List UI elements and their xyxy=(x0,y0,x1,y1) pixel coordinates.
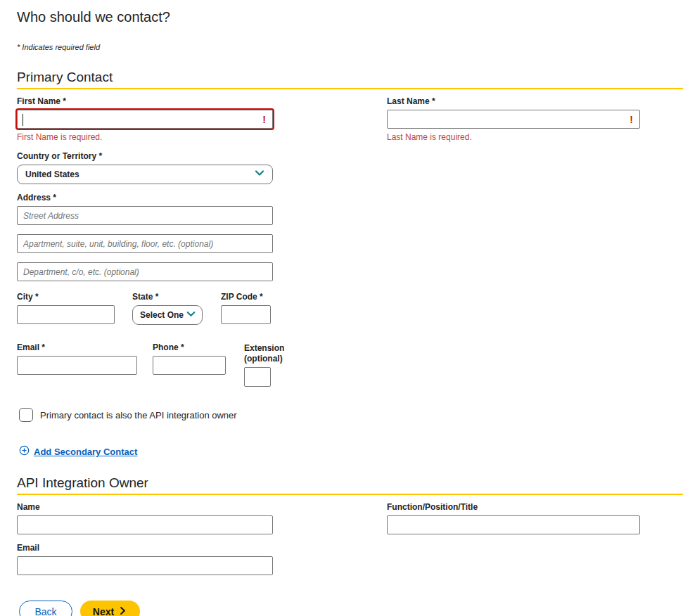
first-name-field: First Name * ! First Name is required. xyxy=(17,97,273,142)
state-field: State * Select One xyxy=(132,293,203,325)
extension-field: Extension (optional) xyxy=(244,343,288,387)
email-label: Email * xyxy=(17,343,137,352)
extension-label: Extension (optional) xyxy=(244,343,288,364)
back-button-label: Back xyxy=(34,606,56,616)
primary-contact-heading: Primary Contact xyxy=(17,70,683,85)
first-name-input[interactable] xyxy=(17,110,273,129)
owner-email-label: Email xyxy=(17,544,273,553)
plus-circle-icon xyxy=(19,445,30,458)
error-alert-icon: ! xyxy=(630,115,633,124)
error-alert-icon: ! xyxy=(262,115,266,124)
last-name-input[interactable] xyxy=(387,110,640,129)
text-cursor xyxy=(23,114,23,126)
owner-function-label: Function/Position/Title xyxy=(387,503,640,512)
email-field: Email * xyxy=(17,343,137,375)
city-input[interactable] xyxy=(17,305,115,324)
address-label: Address * xyxy=(17,193,683,203)
api-owner-checkbox-label: Primary contact is also the API integrat… xyxy=(40,410,237,421)
address-inputs xyxy=(17,206,273,281)
chevron-right-icon xyxy=(114,606,127,616)
owner-function-field: Function/Position/Title xyxy=(387,503,640,534)
page-title: Who should we contact? xyxy=(17,8,683,25)
name-fields-row: First Name * ! First Name is required. L… xyxy=(17,97,683,142)
api-owner-checkbox[interactable] xyxy=(19,408,33,422)
first-name-error-message: First Name is required. xyxy=(17,132,273,142)
zip-field: ZIP Code * xyxy=(221,293,271,324)
street-address-input[interactable] xyxy=(17,206,273,225)
form-actions: Back Next xyxy=(19,601,683,616)
zip-code-input[interactable] xyxy=(221,305,271,324)
phone-label: Phone * xyxy=(153,343,226,352)
owner-name-field: Name xyxy=(17,503,273,534)
zip-code-label: ZIP Code * xyxy=(221,293,271,302)
state-label: State * xyxy=(132,293,203,302)
owner-name-label: Name xyxy=(17,503,273,512)
owner-name-function-row: Name Function/Position/Title xyxy=(17,503,683,534)
country-field: Country or Territory * United States xyxy=(17,152,683,184)
chevron-down-icon xyxy=(254,167,265,181)
back-button[interactable]: Back xyxy=(19,601,72,616)
email-phone-ext-row: Email * Phone * Extension (optional) xyxy=(17,343,683,387)
address-line3-input[interactable] xyxy=(17,262,273,281)
country-selected-value: United States xyxy=(25,169,79,179)
country-label: Country or Territory * xyxy=(17,152,683,161)
owner-function-input[interactable] xyxy=(387,515,640,534)
phone-input[interactable] xyxy=(153,356,226,375)
first-name-input-wrap: ! xyxy=(17,110,273,129)
chevron-down-icon xyxy=(186,309,196,322)
city-state-zip-row: City * State * Select One ZIP Code * xyxy=(17,293,683,325)
first-name-label: First Name * xyxy=(17,97,273,106)
api-owner-checkbox-row: Primary contact is also the API integrat… xyxy=(19,408,683,422)
owner-email-input[interactable] xyxy=(17,556,273,575)
address-line2-input[interactable] xyxy=(17,234,273,253)
last-name-field: Last Name * ! Last Name is required. xyxy=(387,97,640,142)
add-secondary-contact-link[interactable]: Add Secondary Contact xyxy=(19,445,137,458)
extension-input[interactable] xyxy=(244,367,271,387)
email-input[interactable] xyxy=(17,356,137,375)
contact-form-page: Who should we contact? * Indicates requi… xyxy=(0,0,683,616)
city-label: City * xyxy=(17,293,115,302)
next-button-label: Next xyxy=(93,606,114,616)
primary-contact-section-header: Primary Contact xyxy=(17,70,683,89)
owner-email-field: Email xyxy=(17,544,273,575)
last-name-error-message: Last Name is required. xyxy=(387,132,640,142)
owner-name-input[interactable] xyxy=(17,515,273,534)
required-field-note: * Indicates required field xyxy=(17,43,683,51)
city-field: City * xyxy=(17,293,115,324)
country-select[interactable]: United States xyxy=(17,165,273,184)
phone-field: Phone * xyxy=(153,343,226,375)
api-owner-section-header: API Integration Owner xyxy=(17,475,683,495)
state-select[interactable]: Select One xyxy=(132,305,203,325)
next-button[interactable]: Next xyxy=(80,601,140,616)
state-selected-value: Select One xyxy=(140,310,184,320)
last-name-input-wrap: ! xyxy=(387,110,640,129)
address-field: Address * xyxy=(17,193,683,281)
add-secondary-contact-label: Add Secondary Contact xyxy=(34,447,137,457)
last-name-label: Last Name * xyxy=(387,97,640,106)
api-owner-heading: API Integration Owner xyxy=(17,475,683,491)
